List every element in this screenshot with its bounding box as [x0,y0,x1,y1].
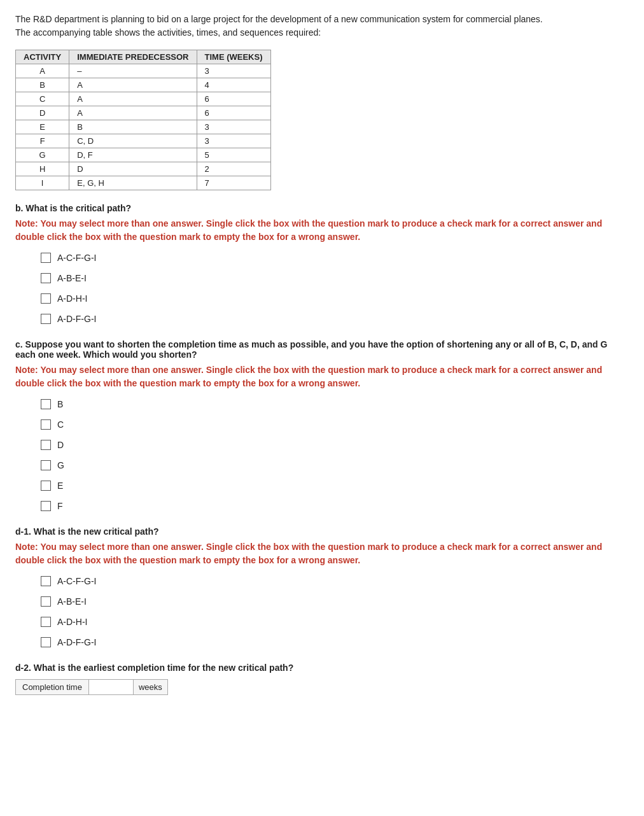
option-item-b4[interactable]: A-D-F-G-I [41,314,629,324]
option-label-c5: E [57,481,63,491]
question-b-section: b. What is the critical path? Note: You … [15,203,629,324]
option-item-c5[interactable]: E [41,481,629,491]
option-item-b3[interactable]: A-D-H-I [41,293,629,304]
option-item-c6[interactable]: F [41,501,629,511]
option-label-b1: A-C-F-G-I [57,253,96,263]
checkbox-b1[interactable] [41,253,51,263]
table-cell: D [69,162,197,176]
question-d1-note: Note: You may select more than one answe… [15,540,629,567]
table-cell: – [69,64,197,78]
question-b-label: b. What is the critical path? [15,203,629,213]
question-c-note: Note: You may select more than one answe… [15,363,629,390]
question-c-label: c. Suppose you want to shorten the compl… [15,339,629,360]
checkbox-d1a[interactable] [41,576,51,586]
completion-time-input[interactable] [89,679,134,695]
table-cell: 6 [197,92,270,106]
table-row: IE, G, H7 [16,176,271,190]
checkbox-d1c[interactable] [41,617,51,627]
table-cell: B [69,120,197,134]
completion-time-label: Completion time [15,679,89,695]
table-row: DA6 [16,106,271,120]
table-cell: C [16,92,69,106]
table-cell: B [16,78,69,92]
checkbox-b2[interactable] [41,273,51,283]
checkbox-c4[interactable] [41,460,51,470]
table-cell: 7 [197,176,270,190]
table-cell: D [16,106,69,120]
intro-paragraph: The R&D department is planning to bid on… [15,13,629,39]
option-label-c1: B [57,399,63,409]
question-d1-options: A-C-F-G-IA-B-E-IA-D-H-IA-D-F-G-I [41,576,629,647]
checkbox-c3[interactable] [41,440,51,450]
table-cell: D, F [69,148,197,162]
table-cell: I [16,176,69,190]
table-cell: A [16,64,69,78]
intro-line1: The R&D department is planning to bid on… [15,14,543,24]
checkbox-b3[interactable] [41,293,51,304]
activity-table: ACTIVITY IMMEDIATE PREDECESSOR TIME (WEE… [15,50,271,190]
checkbox-d1b[interactable] [41,596,51,607]
question-d1-section: d-1. What is the new critical path? Note… [15,526,629,647]
question-b-options: A-C-F-G-IA-B-E-IA-D-H-IA-D-F-G-I [41,253,629,324]
checkbox-c5[interactable] [41,481,51,491]
option-label-c6: F [57,501,63,511]
option-item-c4[interactable]: G [41,460,629,470]
table-cell: A [69,106,197,120]
question-b-note: Note: You may select more than one answe… [15,217,629,244]
option-label-d1c: A-D-H-I [57,617,87,627]
option-item-b1[interactable]: A-C-F-G-I [41,253,629,263]
table-row: CA6 [16,92,271,106]
table-cell: F [16,134,69,148]
completion-weeks-label: weeks [134,679,168,695]
option-item-d1d[interactable]: A-D-F-G-I [41,637,629,647]
intro-line2: The accompanying table shows the activit… [15,27,321,38]
table-row: BA4 [16,78,271,92]
question-d2-section: d-2. What is the earliest completion tim… [15,663,629,695]
checkbox-c1[interactable] [41,399,51,409]
table-cell: C, D [69,134,197,148]
option-item-d1c[interactable]: A-D-H-I [41,617,629,627]
table-cell: G [16,148,69,162]
checkbox-b4[interactable] [41,314,51,324]
table-row: A–3 [16,64,271,78]
option-label-b3: A-D-H-I [57,293,87,304]
question-d1-label: d-1. What is the new critical path? [15,526,629,537]
option-label-c3: D [57,440,64,450]
col-time: TIME (WEEKS) [197,50,270,64]
option-item-c3[interactable]: D [41,440,629,450]
table-row: HD2 [16,162,271,176]
option-item-d1b[interactable]: A-B-E-I [41,596,629,607]
table-cell: 4 [197,78,270,92]
table-cell: A [69,78,197,92]
option-label-b4: A-D-F-G-I [57,314,96,324]
table-cell: E [16,120,69,134]
col-activity: ACTIVITY [16,50,69,64]
option-item-d1a[interactable]: A-C-F-G-I [41,576,629,586]
option-label-b2: A-B-E-I [57,273,87,283]
table-cell: 3 [197,64,270,78]
table-cell: 3 [197,134,270,148]
option-label-d1d: A-D-F-G-I [57,637,96,647]
question-c-options: BCDGEF [41,399,629,511]
checkbox-c6[interactable] [41,501,51,511]
option-label-d1a: A-C-F-G-I [57,576,96,586]
option-item-b2[interactable]: A-B-E-I [41,273,629,283]
table-cell: E, G, H [69,176,197,190]
question-d2-label: d-2. What is the earliest completion tim… [15,663,629,673]
checkbox-c2[interactable] [41,419,51,430]
option-label-c4: G [57,460,64,470]
table-cell: 5 [197,148,270,162]
table-cell: 2 [197,162,270,176]
option-item-c1[interactable]: B [41,399,629,409]
option-label-c2: C [57,419,64,430]
table-cell: A [69,92,197,106]
table-cell: 6 [197,106,270,120]
table-row: EB3 [16,120,271,134]
col-predecessor: IMMEDIATE PREDECESSOR [69,50,197,64]
option-label-d1b: A-B-E-I [57,596,87,607]
table-cell: 3 [197,120,270,134]
checkbox-d1d[interactable] [41,637,51,647]
table-row: GD, F5 [16,148,271,162]
option-item-c2[interactable]: C [41,419,629,430]
table-row: FC, D3 [16,134,271,148]
